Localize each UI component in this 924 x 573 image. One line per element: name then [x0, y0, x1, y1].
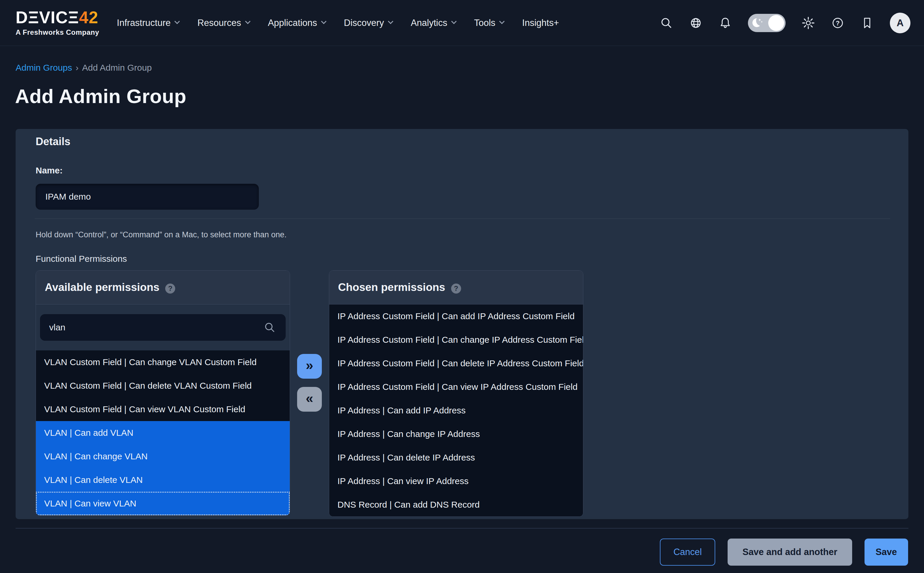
- breadcrumb-admin-groups-link[interactable]: Admin Groups: [16, 63, 72, 72]
- device42-logo[interactable]: DΞVICΞ42 A Freshworks Company: [16, 9, 99, 36]
- save-and-add-another-button[interactable]: Save and add another: [728, 539, 852, 566]
- chevron-down-icon: [245, 19, 250, 24]
- chosen-permissions-header: Chosen permissions ?: [329, 271, 583, 304]
- list-item[interactable]: IP Address Custom Field | Can delete IP …: [329, 352, 583, 375]
- list-item[interactable]: IP Address | Can add IP Address: [329, 399, 583, 422]
- help-icon[interactable]: ?: [831, 16, 844, 30]
- available-help-icon[interactable]: ?: [165, 283, 175, 294]
- chosen-help-icon[interactable]: ?: [451, 283, 461, 294]
- multiselect-hint: Hold down “Control”, or “Command” on a M…: [36, 230, 287, 240]
- available-permissions-header: Available permissions ?: [36, 271, 290, 304]
- menu-applications[interactable]: Applications: [268, 18, 326, 28]
- footer-divider: [16, 528, 908, 529]
- dark-mode-toggle[interactable]: [748, 14, 786, 32]
- available-search-row: [36, 304, 290, 351]
- chevron-down-icon: [321, 19, 326, 24]
- functional-permissions-label: Functional Permissions: [36, 254, 127, 264]
- chevron-down-icon: [175, 19, 180, 24]
- chosen-permissions-title: Chosen permissions: [338, 281, 445, 294]
- list-item-selected-focused[interactable]: VLAN | Can view VLAN: [36, 492, 290, 515]
- transfer-buttons: » «: [297, 270, 322, 412]
- top-navigation: DΞVICΞ42 A Freshworks Company Infrastruc…: [0, 0, 924, 46]
- list-item[interactable]: VLAN Custom Field | Can delete VLAN Cust…: [36, 374, 290, 398]
- menu-discovery[interactable]: Discovery: [344, 18, 393, 28]
- logo-tagline: A Freshworks Company: [16, 28, 99, 36]
- add-admin-group-form-card: Details Name: Hold down “Control”, or “C…: [16, 129, 908, 519]
- breadcrumb-separator: ›: [76, 63, 78, 72]
- list-item[interactable]: IP Address | Can view IP Address: [329, 470, 583, 493]
- page-title: Add Admin Group: [15, 85, 186, 108]
- menu-resources[interactable]: Resources: [197, 18, 249, 28]
- main-menu: Infrastructure Resources Applications Di…: [117, 18, 559, 28]
- available-permissions-title: Available permissions: [45, 281, 159, 294]
- permissions-transfer-widget: Available permissions ? VLAN Custom Fiel…: [36, 270, 583, 517]
- name-label: Name:: [36, 166, 63, 175]
- logo-42: 42: [79, 8, 98, 27]
- breadcrumb-current: Add Admin Group: [82, 63, 152, 72]
- chosen-permissions-panel: Chosen permissions ? IP Address Custom F…: [329, 270, 583, 517]
- available-permissions-list: VLAN Custom Field | Can change VLAN Cust…: [36, 351, 290, 515]
- user-avatar[interactable]: A: [890, 13, 910, 33]
- menu-insights-plus[interactable]: Insights+: [522, 18, 559, 28]
- details-heading: Details: [36, 135, 70, 148]
- list-item[interactable]: VLAN Custom Field | Can view VLAN Custom…: [36, 398, 290, 421]
- choose-all-button[interactable]: »: [297, 354, 322, 379]
- list-item[interactable]: IP Address Custom Field | Can view IP Ad…: [329, 375, 583, 399]
- chevron-down-icon: [451, 19, 456, 24]
- list-item[interactable]: IP Address | Can delete IP Address: [329, 446, 583, 470]
- list-item[interactable]: IP Address | Can change IP Address: [329, 422, 583, 446]
- nav-utilities: ? A: [659, 13, 910, 33]
- list-item-selected[interactable]: VLAN | Can change VLAN: [36, 445, 290, 468]
- available-filter-input[interactable]: [40, 314, 286, 341]
- breadcrumb: Admin Groups›Add Admin Group: [16, 63, 152, 73]
- chevron-down-icon: [388, 19, 393, 24]
- settings-gear-icon[interactable]: [802, 16, 815, 30]
- search-icon[interactable]: [659, 16, 673, 30]
- menu-infrastructure[interactable]: Infrastructure: [117, 18, 179, 28]
- chosen-permissions-list: IP Address Custom Field | Can add IP Add…: [329, 304, 583, 517]
- svg-text:?: ?: [836, 19, 839, 27]
- list-item[interactable]: IP Address Custom Field | Can add IP Add…: [329, 304, 583, 328]
- remove-all-button[interactable]: «: [297, 387, 322, 412]
- menu-analytics[interactable]: Analytics: [411, 18, 456, 28]
- list-item[interactable]: DNS Record | Can add DNS Record: [329, 493, 583, 517]
- save-button[interactable]: Save: [864, 539, 908, 566]
- list-item[interactable]: VLAN Custom Field | Can change VLAN Cust…: [36, 351, 290, 374]
- globe-icon[interactable]: [689, 16, 703, 30]
- name-input[interactable]: [36, 184, 259, 210]
- list-item-selected[interactable]: VLAN | Can delete VLAN: [36, 468, 290, 492]
- available-permissions-panel: Available permissions ? VLAN Custom Fiel…: [36, 270, 290, 515]
- list-item[interactable]: IP Address Custom Field | Can change IP …: [329, 328, 583, 352]
- bookmark-icon[interactable]: [860, 16, 874, 30]
- menu-tools[interactable]: Tools: [474, 18, 504, 28]
- toggle-knob: [768, 15, 784, 31]
- logo-wordmark: DΞVICΞ42: [16, 9, 99, 26]
- footer-actions: Cancel Save and add another Save: [660, 539, 908, 566]
- moon-icon: [751, 17, 764, 31]
- cancel-button[interactable]: Cancel: [660, 539, 716, 566]
- list-item-selected[interactable]: VLAN | Can add VLAN: [36, 421, 290, 445]
- notifications-bell-icon[interactable]: [719, 16, 732, 30]
- chevron-down-icon: [500, 19, 505, 24]
